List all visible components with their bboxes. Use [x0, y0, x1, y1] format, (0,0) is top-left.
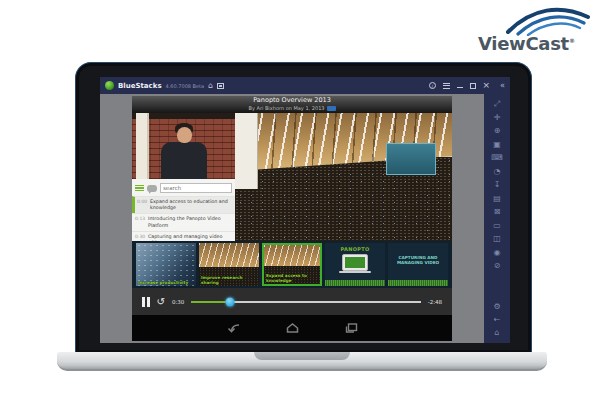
- thumbnail[interactable]: Improve research sharing: [199, 243, 259, 286]
- replay-10-icon[interactable]: ↺: [157, 297, 165, 307]
- chapter-label: Introducing the Panopto Video Platform: [148, 216, 232, 228]
- viewcast-swoosh-icon: [494, 4, 594, 36]
- shake-icon[interactable]: ⊠: [494, 208, 501, 216]
- seek-bar-fill: [191, 301, 230, 303]
- close-button[interactable]: ×: [483, 81, 491, 90]
- bluestacks-logo-icon: [105, 81, 114, 90]
- chapter-time: 0:13: [135, 216, 146, 222]
- panopto-logo-text: PANOPTO: [325, 246, 385, 252]
- bluestacks-version: 4.60.7008 Beta: [166, 83, 205, 89]
- presenter-head: [177, 127, 192, 143]
- collapse-sidebar-icon[interactable]: «: [500, 82, 505, 90]
- keymap-icon[interactable]: ▤: [493, 195, 501, 203]
- presenter-torso: [161, 142, 207, 179]
- bluestacks-app-name: BlueStacks: [118, 82, 162, 90]
- block-ads-icon[interactable]: ⊘: [494, 262, 501, 270]
- thumbnail[interactable]: Increase productivity: [136, 243, 196, 286]
- android-home-button[interactable]: [285, 322, 300, 334]
- comments-icon[interactable]: [147, 185, 157, 192]
- panel-toolbar: [132, 179, 235, 196]
- thumbnail[interactable]: PANOPTO: [325, 243, 385, 286]
- video-header: Panopto Overview 2013 By Ari Bixhorn on …: [132, 96, 452, 113]
- home-icon[interactable]: ⌂: [208, 82, 213, 90]
- back-arrow-icon[interactable]: ←: [494, 316, 501, 324]
- chapter-row[interactable]: 0:00 Expand access to education and know…: [132, 196, 235, 213]
- chapter-row[interactable]: 0:13 Introducing the Panopto Video Platf…: [132, 213, 235, 230]
- thumbnail-caption: Increase productivity: [138, 280, 188, 285]
- clock-icon[interactable]: ◔: [494, 168, 501, 176]
- contents-list-icon[interactable]: [135, 185, 144, 192]
- laptop-base: [57, 352, 547, 371]
- registered-mark: ®: [569, 37, 575, 44]
- thumbnail-caption: CAPTURING AND MANAGING VIDEO: [394, 255, 442, 266]
- keyboard-icon[interactable]: ⌨: [491, 154, 503, 162]
- chapter-time: 0:00: [137, 199, 148, 205]
- install-apk-icon[interactable]: ↧: [494, 181, 501, 189]
- help-icon[interactable]: i: [429, 82, 436, 89]
- fullscreen-icon[interactable]: ⤢: [494, 100, 500, 108]
- game-controls-icon[interactable]: ✛: [494, 114, 501, 122]
- sidebar-bottom-group: ⚙ ← ⌂: [493, 303, 500, 337]
- multi-instance-icon[interactable]: [217, 83, 224, 89]
- viewcast-wordmark: ViewCast®: [478, 33, 575, 54]
- seek-bar[interactable]: [191, 301, 420, 303]
- chapters-panel: 0:00 Expand access to education and know…: [132, 179, 235, 241]
- thumbnail-strip: Increase productivity Improve research s…: [132, 241, 452, 288]
- search-input[interactable]: [160, 183, 232, 193]
- thumb-ceiling: [199, 243, 259, 267]
- laptop-graphic: [342, 254, 368, 271]
- presenter-doorframe: [136, 113, 149, 179]
- bluestacks-sidebar: ⤢ ✛ ⊕ ▣ ⌨ ◔ ↧ ▤ ⊠ ▭ ◫ ◉ ⊘ ⚙ ← ⌂: [484, 94, 510, 343]
- viewcast-logo: ViewCast®: [476, 4, 598, 56]
- main-slide-video[interactable]: [235, 113, 452, 241]
- playback-bar: ↺ 0:30 -2:48: [132, 288, 452, 315]
- thumbnail[interactable]: CAPTURING AND MANAGING VIDEO: [388, 243, 448, 286]
- subtitle-badge: [327, 106, 336, 111]
- menu-icon[interactable]: [443, 83, 450, 89]
- projection-screen: [235, 113, 258, 189]
- window-controls: i × «: [429, 81, 505, 90]
- zoom-icon[interactable]: ⊕: [494, 127, 501, 135]
- grass-strip: [388, 280, 448, 286]
- settings-gear-icon[interactable]: ⚙: [493, 303, 500, 311]
- laptop-notch: [254, 352, 350, 360]
- maximize-button[interactable]: [470, 83, 476, 89]
- media-folder-icon[interactable]: ▭: [493, 222, 501, 230]
- pause-button[interactable]: [142, 297, 150, 307]
- record-icon[interactable]: ◉: [494, 249, 501, 257]
- elapsed-time: 0:30: [172, 299, 184, 305]
- video-subtitle: By Ari Bixhorn on May 1, 2013: [132, 105, 452, 111]
- remaining-time: -2:48: [428, 299, 442, 305]
- thumbnail-caption: Improve research sharing: [201, 275, 253, 286]
- seek-handle[interactable]: [226, 297, 235, 306]
- player-main-area: 0:00 Expand access to education and know…: [132, 113, 452, 241]
- screenshot-icon[interactable]: ▣: [493, 141, 501, 149]
- android-back-button[interactable]: [226, 322, 241, 334]
- laptop-display: BlueStacks 4.60.7008 Beta ⌂ i × «: [100, 77, 510, 343]
- minimize-button[interactable]: [457, 87, 463, 89]
- multi-instance-icon[interactable]: ◫: [493, 235, 501, 243]
- presenter-video[interactable]: [132, 113, 235, 179]
- display-screen: [386, 143, 436, 175]
- bluestacks-content-area: Panopto Overview 2013 By Ari Bixhorn on …: [100, 94, 484, 343]
- chapter-row[interactable]: 0:30 Capturing and managing video with: [132, 231, 235, 241]
- laptop-screen-bezel: BlueStacks 4.60.7008 Beta ⌂ i × «: [75, 62, 532, 353]
- android-home-icon[interactable]: ⌂: [494, 329, 499, 337]
- thumb-ceiling: [264, 245, 320, 266]
- chapter-label: Expand access to education and knowledge: [150, 199, 232, 211]
- android-recents-button[interactable]: [344, 322, 359, 334]
- left-column: 0:00 Expand access to education and know…: [132, 113, 235, 241]
- panopto-app: Panopto Overview 2013 By Ari Bixhorn on …: [132, 96, 452, 341]
- bluestacks-titlebar: BlueStacks 4.60.7008 Beta ⌂ i × «: [100, 77, 510, 94]
- thumbnail-selected[interactable]: Expand access to knowledge: [262, 243, 322, 286]
- video-title: Panopto Overview 2013: [132, 96, 452, 105]
- android-navbar: [132, 315, 452, 341]
- grass-strip: [325, 280, 385, 286]
- thumbnail-caption: Expand access to knowledge: [266, 273, 318, 284]
- chapter-time: 0:30: [135, 234, 146, 240]
- chapter-label: Capturing and managing video with: [148, 234, 232, 241]
- page: ViewCast® BlueStacks 4.60.7008 Beta ⌂ i …: [0, 0, 602, 414]
